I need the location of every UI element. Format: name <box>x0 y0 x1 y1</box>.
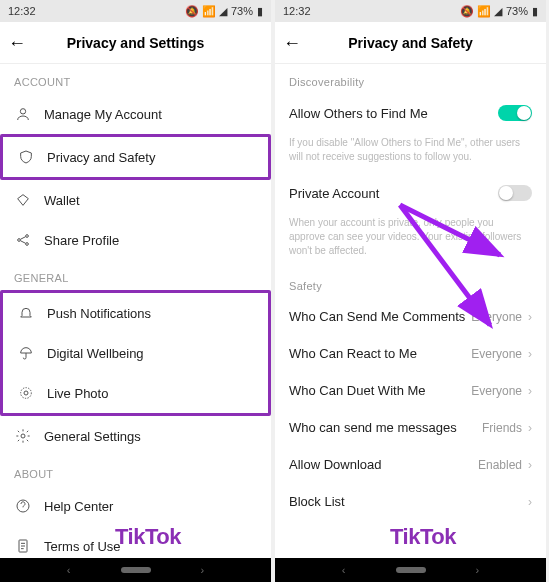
live-photo-icon <box>17 384 35 402</box>
help-icon <box>14 497 32 515</box>
item-live-photo[interactable]: Live Photo <box>3 373 268 413</box>
umbrella-icon <box>17 344 35 362</box>
chevron-right-icon: › <box>528 310 532 324</box>
status-bar: 12:32 🔕 📶 ◢ 73% ▮ <box>275 0 546 22</box>
privacy-content[interactable]: Discoverability Allow Others to Find Me … <box>275 64 546 558</box>
chevron-right-icon: › <box>528 384 532 398</box>
item-help-center[interactable]: Help Center <box>0 486 271 526</box>
svg-point-1 <box>18 239 21 242</box>
svg-point-6 <box>21 434 25 438</box>
chevron-right-icon: › <box>528 421 532 435</box>
item-push-notifications[interactable]: Push Notifications <box>3 293 268 333</box>
item-share-profile[interactable]: Share Profile <box>0 220 271 260</box>
item-download[interactable]: Allow Download Enabled › <box>275 446 546 483</box>
highlight-privacy: Privacy and Safety <box>0 134 271 180</box>
section-about-label: ABOUT <box>0 456 271 486</box>
nav-recent[interactable]: › <box>476 564 480 576</box>
section-account-label: ACCOUNT <box>0 64 271 94</box>
shield-icon <box>17 148 35 166</box>
item-comments[interactable]: Who Can Send Me Comments Everyone › <box>275 298 546 335</box>
item-messages[interactable]: Who can send me messages Friends › <box>275 409 546 446</box>
user-icon <box>14 105 32 123</box>
status-time: 12:32 <box>283 5 311 17</box>
svg-point-2 <box>26 235 29 238</box>
nav-home[interactable] <box>121 567 151 573</box>
section-general-label: GENERAL <box>0 260 271 290</box>
highlight-general: Push Notifications Digital Wellbeing Liv… <box>0 290 271 416</box>
toggle-allow-find[interactable] <box>498 105 532 121</box>
header: ← Privacy and Settings <box>0 22 271 64</box>
settings-list[interactable]: ACCOUNT Manage My Account Privacy and Sa… <box>0 64 271 558</box>
section-safety: Safety <box>275 268 546 298</box>
back-icon[interactable]: ← <box>283 32 301 53</box>
back-icon[interactable]: ← <box>8 32 26 53</box>
android-nav: ‹ › <box>0 558 271 582</box>
nav-home[interactable] <box>396 567 426 573</box>
item-digital-wellbeing[interactable]: Digital Wellbeing <box>3 333 268 373</box>
status-time: 12:32 <box>8 5 36 17</box>
page-title: Privacy and Safety <box>348 35 473 51</box>
item-duet[interactable]: Who Can Duet With Me Everyone › <box>275 372 546 409</box>
wallet-icon <box>14 191 32 209</box>
item-general-settings[interactable]: General Settings <box>0 416 271 456</box>
nav-back[interactable]: ‹ <box>67 564 71 576</box>
status-icons: 🔕 📶 ◢ 73% ▮ <box>460 5 538 18</box>
nav-back[interactable]: ‹ <box>342 564 346 576</box>
left-phone: 12:32 🔕 📶 ◢ 73% ▮ ← Privacy and Settings… <box>0 0 271 582</box>
help-private: When your account is private, only peopl… <box>275 212 546 268</box>
chevron-right-icon: › <box>528 347 532 361</box>
status-icons: 🔕 📶 ◢ 73% ▮ <box>185 5 263 18</box>
page-title: Privacy and Settings <box>67 35 205 51</box>
gear-icon <box>14 427 32 445</box>
chevron-right-icon: › <box>528 495 532 509</box>
right-phone: 12:32 🔕 📶 ◢ 73% ▮ ← Privacy and Safety D… <box>275 0 546 582</box>
svg-point-3 <box>26 243 29 246</box>
android-nav: ‹ › <box>275 558 546 582</box>
bell-icon <box>17 304 35 322</box>
item-privacy-safety[interactable]: Privacy and Safety <box>3 137 268 177</box>
share-icon <box>14 231 32 249</box>
status-bar: 12:32 🔕 📶 ◢ 73% ▮ <box>0 0 271 22</box>
svg-point-0 <box>20 109 25 114</box>
item-private-account[interactable]: Private Account <box>275 174 546 212</box>
item-wallet[interactable]: Wallet <box>0 180 271 220</box>
section-discoverability: Discoverability <box>275 64 546 94</box>
help-allow-find: If you disable "Allow Others to Find Me"… <box>275 132 546 174</box>
svg-point-5 <box>21 388 32 399</box>
document-icon <box>14 537 32 555</box>
watermark: TikTok <box>390 524 456 550</box>
header: ← Privacy and Safety <box>275 22 546 64</box>
item-allow-find[interactable]: Allow Others to Find Me <box>275 94 546 132</box>
item-blocklist[interactable]: Block List › <box>275 483 546 520</box>
watermark: TikTok <box>115 524 181 550</box>
svg-point-4 <box>24 391 28 395</box>
nav-recent[interactable]: › <box>201 564 205 576</box>
item-manage-account[interactable]: Manage My Account <box>0 94 271 134</box>
chevron-right-icon: › <box>528 458 532 472</box>
toggle-private[interactable] <box>498 185 532 201</box>
item-react[interactable]: Who Can React to Me Everyone › <box>275 335 546 372</box>
